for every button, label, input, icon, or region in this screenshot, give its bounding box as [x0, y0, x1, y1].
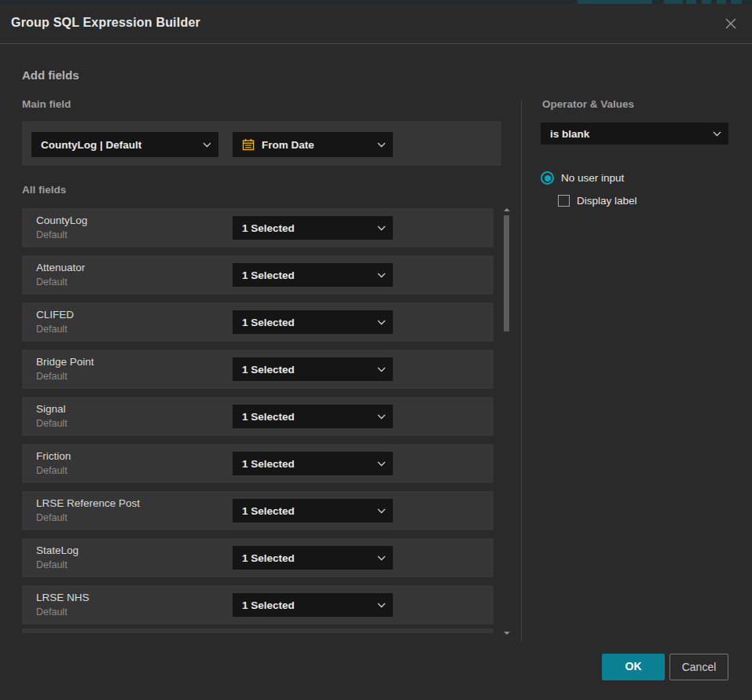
- field-selection-value: 1 Selected: [242, 269, 295, 281]
- field-name: Signal: [36, 403, 66, 415]
- field-row: Friction Default 1 Selected: [22, 444, 493, 483]
- chevron-down-icon: [377, 603, 386, 608]
- field-subtitle: Default: [36, 607, 68, 618]
- chevron-down-icon: [377, 508, 386, 514]
- field-name: Friction: [36, 450, 71, 462]
- field-selection-dropdown[interactable]: 1 Selected: [233, 593, 393, 617]
- field-selection-dropdown[interactable]: 1 Selected: [233, 263, 393, 287]
- field-subtitle: Default: [36, 277, 68, 288]
- field-row: LRSE NHS Default 1 Selected: [22, 585, 493, 625]
- chevron-down-icon: [377, 367, 386, 372]
- chevron-down-icon: [377, 142, 386, 148]
- field-subtitle: Default: [36, 371, 68, 382]
- field-selection-value: 1 Selected: [242, 505, 295, 517]
- chevron-down-icon: [377, 225, 386, 231]
- all-fields-list: CountyLog Default 1 Selected Attenuator …: [22, 208, 493, 632]
- scrollbar-thumb[interactable]: [504, 215, 509, 332]
- field-name: Attenuator: [36, 262, 85, 273]
- group-sql-expression-builder-dialog: Group SQL Expression Builder Add fields …: [0, 4, 752, 700]
- field-selection-value: 1 Selected: [242, 552, 295, 564]
- chevron-down-icon: [377, 273, 386, 278]
- field-selection-value: 1 Selected: [242, 317, 295, 328]
- field-selection-dropdown[interactable]: 1 Selected: [233, 499, 393, 522]
- field-row: StateLog Default 1 Selected: [22, 538, 493, 577]
- section-title-add-fields: Add fields: [22, 68, 79, 82]
- display-label-checkbox[interactable]: Display label: [558, 195, 637, 207]
- field-subtitle: Default: [36, 465, 68, 476]
- chevron-down-icon: [377, 320, 386, 325]
- chevron-down-icon: [377, 414, 386, 420]
- field-selection-dropdown[interactable]: 1 Selected: [233, 310, 393, 334]
- main-field-panel: CountyLog | Default From Date: [22, 121, 501, 166]
- no-user-input-radio[interactable]: No user input: [541, 171, 624, 185]
- field-row: Bridge Point Default 1 Selected: [22, 350, 493, 389]
- main-field-label: Main field: [22, 98, 71, 110]
- all-fields-label: All fields: [22, 184, 66, 196]
- field-row: Attenuator Default 1 Selected: [22, 255, 493, 295]
- chevron-down-icon: [377, 555, 386, 561]
- scroll-down-arrow-icon[interactable]: [504, 632, 510, 635]
- operator-values-label: Operator & Values: [542, 98, 634, 110]
- field-subtitle: Default: [36, 512, 68, 523]
- field-selection-dropdown[interactable]: 1 Selected: [233, 216, 393, 240]
- chevron-down-icon: [377, 461, 386, 467]
- field-subtitle: Default: [36, 418, 68, 429]
- field-selection-value: 1 Selected: [242, 458, 295, 470]
- field-selection-dropdown[interactable]: 1 Selected: [233, 546, 393, 570]
- field-name: StateLog: [36, 544, 79, 556]
- chevron-down-icon: [203, 142, 211, 148]
- main-field-date-select[interactable]: From Date: [233, 132, 393, 157]
- field-selection-value: 1 Selected: [242, 411, 295, 423]
- close-icon[interactable]: [721, 14, 740, 33]
- field-selection-value: 1 Selected: [242, 599, 295, 611]
- field-selection-dropdown[interactable]: 1 Selected: [233, 452, 393, 475]
- field-row: LRSE Reference Post Default 1 Selected: [22, 491, 493, 530]
- field-row: Signal Default 1 Selected: [22, 397, 493, 436]
- panel-divider: [521, 100, 522, 642]
- all-fields-scrollbar[interactable]: [503, 207, 510, 635]
- field-name: LRSE NHS: [36, 592, 90, 603]
- field-name: CountyLog: [36, 214, 87, 226]
- field-row: CLIFED Default 1 Selected: [22, 302, 493, 342]
- partial-next-row: [22, 629, 493, 633]
- field-name: LRSE Reference Post: [36, 497, 140, 509]
- field-name: CLIFED: [36, 309, 74, 321]
- field-selection-dropdown[interactable]: 1 Selected: [233, 405, 393, 428]
- main-field-layer-select-value: CountyLog | Default: [41, 139, 141, 151]
- chevron-down-icon: [713, 131, 721, 137]
- field-name: Bridge Point: [36, 356, 94, 368]
- main-field-layer-select[interactable]: CountyLog | Default: [31, 132, 218, 157]
- display-label-text: Display label: [577, 195, 637, 207]
- ok-button[interactable]: OK: [602, 654, 665, 680]
- dialog-header: Group SQL Expression Builder: [0, 4, 752, 44]
- field-subtitle: Default: [36, 559, 68, 570]
- field-subtitle: Default: [36, 324, 68, 335]
- field-row: CountyLog Default 1 Selected: [22, 208, 493, 247]
- cancel-button[interactable]: Cancel: [669, 654, 728, 680]
- field-subtitle: Default: [36, 229, 68, 240]
- radio-selected-icon: [541, 171, 554, 185]
- dialog-title: Group SQL Expression Builder: [11, 16, 200, 30]
- no-user-input-label: No user input: [561, 172, 624, 184]
- field-selection-value: 1 Selected: [242, 222, 295, 234]
- operator-select[interactable]: is blank: [541, 123, 728, 145]
- scroll-up-arrow-icon[interactable]: [504, 208, 510, 211]
- operator-select-value: is blank: [550, 128, 589, 140]
- field-selection-value: 1 Selected: [242, 364, 295, 376]
- checkbox-unchecked-icon: [558, 195, 570, 207]
- main-field-date-select-value: From Date: [262, 139, 314, 151]
- field-selection-dropdown[interactable]: 1 Selected: [233, 357, 393, 381]
- calendar-date-icon: [242, 138, 255, 151]
